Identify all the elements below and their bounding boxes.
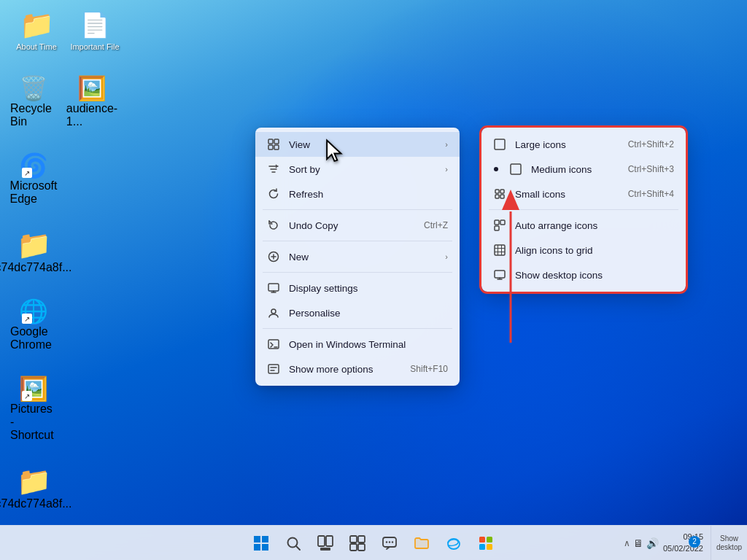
svg-rect-47 — [487, 544, 492, 550]
desktop-icon-audience[interactable]: 🖼️ audience-1... — [66, 71, 118, 131]
show-desktop-label: Show desktop — [714, 534, 744, 552]
about-time-label: About Time — [16, 42, 57, 51]
svg-rect-1 — [274, 139, 279, 144]
view-icon — [267, 138, 280, 151]
svg-rect-36 — [358, 536, 365, 542]
submenu-medium-icons[interactable]: Medium icons Ctrl+Shift+3 — [481, 157, 686, 182]
file-explorer-button[interactable] — [407, 529, 436, 558]
svg-rect-8 — [268, 365, 279, 373]
edge-taskbar-button[interactable] — [439, 529, 468, 558]
svg-point-6 — [271, 309, 276, 314]
svg-rect-12 — [500, 190, 504, 193]
new-arrow: › — [445, 252, 448, 261]
pictures-label: Pictures - Shortcut — [10, 402, 57, 442]
context-menu-display[interactable]: Display settings — [255, 276, 460, 300]
terminal-icon — [267, 338, 280, 351]
context-menu-more[interactable]: Show more options Shift+F10 — [255, 357, 460, 381]
context-menu-terminal[interactable]: Open in Windows Terminal — [255, 332, 460, 357]
edge-label: Microsoft Edge — [10, 179, 58, 206]
more-shortcut: Shift+F10 — [410, 364, 448, 374]
svg-rect-34 — [320, 548, 330, 551]
more-icon — [267, 362, 280, 376]
view-arrow: › — [445, 140, 448, 149]
context-menu-sort[interactable]: Sort by › — [255, 157, 460, 182]
system-tray: ∧ 🖥 🔊 — [624, 537, 659, 549]
align-grid-icon — [493, 244, 506, 257]
svg-rect-3 — [274, 145, 279, 149]
svg-rect-11 — [495, 190, 499, 193]
task-view-button[interactable] — [311, 529, 340, 558]
desktop-icon-pictures[interactable]: 🖼️ ↗ Pictures - Shortcut — [7, 372, 60, 445]
desktop-icon-about-time[interactable]: 📁 About Time 📄 Important File — [7, 7, 124, 54]
svg-rect-38 — [358, 544, 365, 551]
new-label: New — [289, 252, 436, 262]
taskbar: ∧ 🖥 🔊 09:15 05/02/2022 2 Show desktop — [0, 525, 747, 560]
widgets-button[interactable] — [343, 529, 372, 558]
desktop-icon-edge[interactable]: 🌀 ↗ Microsoft Edge — [7, 149, 60, 209]
svg-rect-5 — [268, 284, 279, 291]
folder-icon-about-time: 📁 — [22, 10, 51, 39]
search-button[interactable] — [279, 529, 308, 558]
svg-rect-13 — [495, 195, 499, 198]
svg-rect-26 — [254, 536, 260, 542]
submenu-small-icons[interactable]: Small icons Ctrl+Shift+4 — [481, 182, 686, 206]
start-button[interactable] — [247, 529, 276, 558]
edge-icon: 🌀 ↗ — [19, 152, 48, 179]
taskbar-center-icons — [247, 529, 500, 558]
submenu-auto-arrange[interactable]: Auto arrange icons — [481, 213, 686, 238]
large-icons-label: Large icons — [515, 139, 619, 150]
shortcut-arrow-edge: ↗ — [22, 168, 32, 178]
important-file-label: Important File — [70, 42, 119, 51]
volume-icon[interactable]: 🔊 — [646, 537, 659, 549]
c74dc2-label: c74dc774a8f... — [0, 497, 71, 510]
context-menu-undo[interactable]: Undo Copy Ctrl+Z — [255, 213, 460, 238]
audience-label: audience-1... — [66, 102, 117, 128]
context-menu-personalise[interactable]: Personalise — [255, 300, 460, 325]
network-icon: 🖥 — [633, 537, 643, 549]
submenu-large-icons[interactable]: Large icons Ctrl+Shift+2 — [481, 132, 686, 157]
refresh-icon — [267, 187, 280, 201]
svg-rect-44 — [479, 537, 485, 542]
show-desktop-label: Show desktop icons — [515, 270, 674, 281]
svg-rect-16 — [500, 220, 505, 225]
svg-point-41 — [389, 541, 390, 542]
system-clock[interactable]: 09:15 05/02/2022 2 — [663, 532, 703, 554]
desktop-icon-c74dc1[interactable]: 📁 c74dc774a8f... — [7, 226, 60, 277]
align-grid-label: Align icons to grid — [515, 245, 674, 256]
desktop-icon-recycle[interactable]: 🗑️ Recycle Bin — [7, 71, 60, 131]
svg-rect-35 — [350, 536, 357, 542]
submenu-align-grid[interactable]: Align icons to grid — [481, 238, 686, 262]
display-label: Display settings — [289, 283, 448, 294]
separator-4 — [263, 328, 452, 329]
submenu-show-desktop[interactable]: Show desktop icons — [481, 262, 686, 287]
context-menu-new[interactable]: New › — [255, 244, 460, 269]
chrome-icon: 🌐 ↗ — [19, 298, 48, 325]
svg-point-40 — [386, 541, 387, 542]
tray-chevron[interactable]: ∧ — [624, 538, 630, 548]
chat-button[interactable] — [375, 529, 404, 558]
svg-rect-45 — [487, 537, 492, 542]
desktop-icon-chrome[interactable]: 🌐 ↗ Google Chrome — [7, 295, 60, 354]
audience-icon: 🖼️ — [77, 74, 107, 102]
medium-icons-shortcut: Ctrl+Shift+3 — [628, 164, 674, 174]
file-icon-important: 📄 — [80, 10, 109, 39]
context-menu: View › Sort by › Refresh Undo Copy Ctrl+… — [255, 128, 460, 386]
view-label: View — [289, 139, 436, 150]
desktop-icon-c74dc2[interactable]: 📁 c74dc774a8f... — [7, 462, 60, 513]
separator-1 — [263, 209, 452, 210]
store-button[interactable] — [471, 529, 500, 558]
new-icon — [267, 250, 280, 263]
svg-rect-17 — [495, 226, 499, 230]
recycle-bin-icon: 🗑️ — [19, 74, 48, 102]
notification-badge: 2 — [689, 536, 700, 548]
recycle-bin-label: Recycle Bin — [10, 102, 57, 128]
context-menu-view[interactable]: View › — [255, 132, 460, 157]
context-menu-refresh[interactable]: Refresh — [255, 182, 460, 206]
show-desktop-button[interactable]: Show desktop — [711, 526, 747, 561]
personalise-icon — [267, 306, 280, 319]
svg-rect-32 — [318, 536, 325, 546]
undo-shortcut: Ctrl+Z — [424, 220, 448, 230]
svg-rect-2 — [268, 145, 273, 149]
display-icon — [267, 281, 280, 295]
svg-line-31 — [296, 546, 300, 550]
